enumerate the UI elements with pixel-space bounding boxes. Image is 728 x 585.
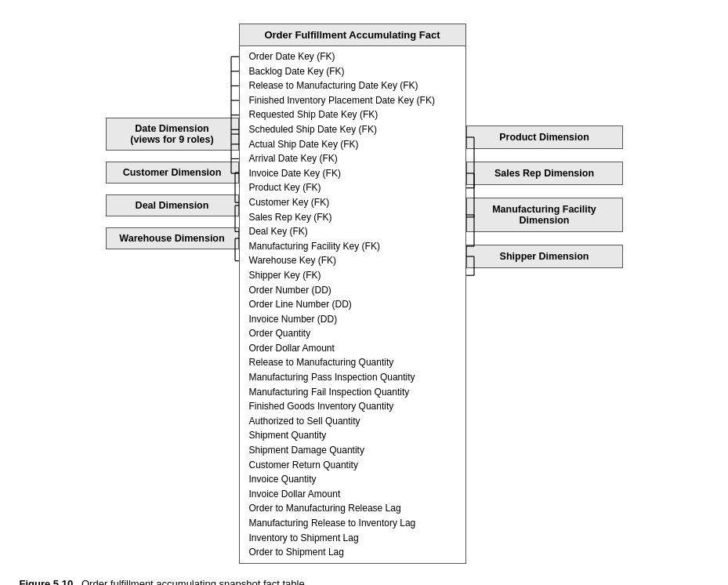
fact-row: Shipment Quantity	[249, 428, 456, 443]
fact-row: Sales Rep Key (FK)	[249, 210, 456, 225]
fact-row: Order Quantity	[249, 326, 456, 341]
fact-row: Warehouse Key (FK)	[249, 253, 456, 268]
fact-row: Order Dollar Amount	[249, 341, 456, 356]
fact-row: Invoice Date Key (FK)	[249, 166, 456, 181]
fact-row: Manufacturing Release to Inventory Lag	[249, 516, 456, 531]
main-layout: Date Dimension(views for 9 roles)Custome…	[20, 16, 709, 564]
figure-label: Figure 5.10	[20, 578, 74, 585]
fact-row: Invoice Number (DD)	[249, 312, 456, 327]
fact-row: Shipment Damage Quantity	[249, 443, 456, 458]
fact-row: Arrival Date Key (FK)	[249, 151, 456, 166]
fact-row: Shipper Key (FK)	[249, 268, 456, 283]
fact-row: Release to Manufacturing Quantity	[249, 355, 456, 370]
fact-row: Backlog Date Key (FK)	[249, 64, 456, 79]
fact-row: Order to Shipment Lag	[249, 545, 456, 560]
figure-text: Order fulfillment accumulating snapshot …	[81, 578, 307, 585]
right-dim-shipper-dim: Shipper Dimension	[466, 245, 623, 268]
right-dim-mfg-dim: Manufacturing Facility Dimension	[466, 198, 623, 232]
left-dim-deal-dim: Deal Dimension	[106, 194, 239, 216]
right-dimensions: Product DimensionSales Rep DimensionManu…	[466, 24, 623, 281]
diagram-container: Date Dimension(views for 9 roles)Custome…	[20, 16, 709, 585]
fact-row: Customer Return Quantity	[249, 458, 456, 473]
fact-table-body: Order Date Key (FK)Backlog Date Key (FK)…	[240, 46, 465, 563]
figure-caption: Figure 5.10 Order fulfillment accumulati…	[20, 578, 709, 585]
left-dimensions: Date Dimension(views for 9 roles)Custome…	[106, 24, 239, 260]
fact-row: Finished Inventory Placement Date Key (F…	[249, 93, 456, 108]
fact-row: Invoice Quantity	[249, 472, 456, 487]
fact-row: Finished Goods Inventory Quantity	[249, 399, 456, 414]
fact-row: Scheduled Ship Date Key (FK)	[249, 122, 456, 137]
fact-row: Product Key (FK)	[249, 180, 456, 195]
fact-row: Manufacturing Facility Key (FK)	[249, 239, 456, 254]
fact-row: Customer Key (FK)	[249, 195, 456, 210]
fact-row: Actual Ship Date Key (FK)	[249, 137, 456, 152]
fact-row: Inventory to Shipment Lag	[249, 531, 456, 546]
fact-row: Order Date Key (FK)	[249, 49, 456, 64]
fact-row: Manufacturing Fail Inspection Quantity	[249, 385, 456, 400]
left-dim-date-dim: Date Dimension(views for 9 roles)	[106, 118, 239, 151]
fact-row: Order Line Number (DD)	[249, 297, 456, 312]
fact-row: Order to Manufacturing Release Lag	[249, 501, 456, 516]
right-dim-product-dim: Product Dimension	[466, 125, 623, 149]
fact-row: Release to Manufacturing Date Key (FK)	[249, 78, 456, 93]
right-dim-salesrep-dim: Sales Rep Dimension	[466, 162, 623, 185]
left-dim-warehouse-dim: Warehouse Dimension	[106, 227, 239, 249]
fact-table-header: Order Fulfillment Accumulating Fact	[240, 24, 465, 46]
fact-row: Deal Key (FK)	[249, 224, 456, 239]
fact-row: Manufacturing Pass Inspection Quantity	[249, 370, 456, 385]
fact-row: Order Number (DD)	[249, 283, 456, 298]
fact-table: Order Fulfillment Accumulating Fact Orde…	[239, 24, 466, 564]
fact-row: Invoice Dollar Amount	[249, 487, 456, 502]
left-dim-customer-dim: Customer Dimension	[106, 162, 239, 183]
fact-row: Requested Ship Date Key (FK)	[249, 107, 456, 122]
fact-row: Authorized to Sell Quantity	[249, 414, 456, 429]
